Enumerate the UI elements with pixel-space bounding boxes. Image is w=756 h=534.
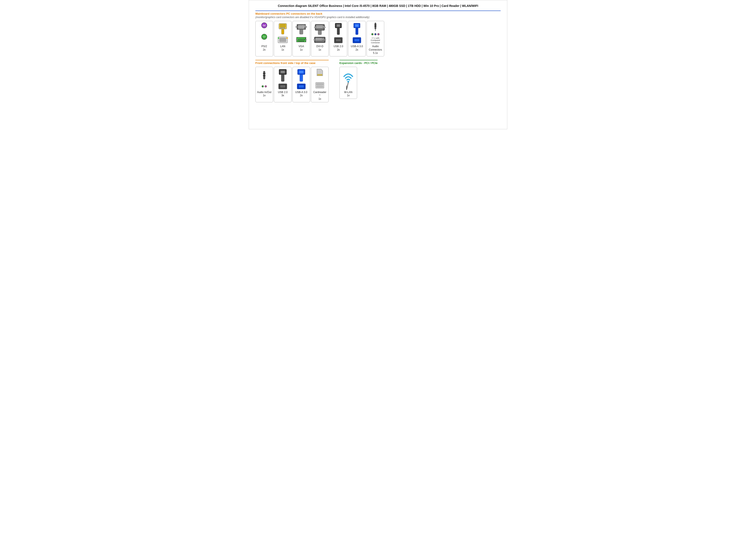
svg-rect-86 <box>319 39 320 40</box>
connector-audio-front: Audio In/Out 1x <box>256 67 273 102</box>
svg-rect-110 <box>263 71 265 79</box>
svg-rect-18 <box>284 27 285 29</box>
cardreader-slot-icon <box>315 81 325 90</box>
svg-point-10 <box>265 37 266 38</box>
front-connectors-row: Audio In/Out 1x <box>256 67 329 102</box>
wlan-label: W-LAN 1x <box>344 91 352 97</box>
ps2-label: PS/2 2x <box>261 45 267 51</box>
svg-point-41 <box>298 38 299 39</box>
usb2-label: USB 2.0 2x <box>334 45 343 51</box>
svg-point-26 <box>302 25 303 26</box>
svg-rect-59 <box>316 25 317 27</box>
ps2-bottom-icon <box>258 34 270 44</box>
front-section: Front connections front side / top of th… <box>256 60 329 102</box>
svg-point-43 <box>302 38 302 39</box>
svg-rect-128 <box>319 74 320 76</box>
connector-ps2: PS/2 PS/2 2x <box>256 21 273 57</box>
svg-point-25 <box>300 25 301 26</box>
svg-rect-60 <box>317 25 318 27</box>
svg-point-36 <box>302 28 303 28</box>
svg-point-38 <box>296 26 297 28</box>
connector-audio: +7.1 withFrontpanelConnector Audio Conne… <box>366 21 384 57</box>
svg-point-42 <box>300 38 301 39</box>
svg-rect-108 <box>374 25 376 25</box>
lan-port-icon <box>276 36 289 44</box>
svg-point-51 <box>298 41 299 41</box>
usb2-front-port-icon <box>277 83 288 89</box>
usb3-front-image <box>294 68 308 90</box>
svg-point-91 <box>325 39 326 41</box>
svg-point-56 <box>305 39 307 40</box>
usb3-image <box>350 22 364 44</box>
connector-vga: VGA 1x <box>292 21 310 57</box>
svg-rect-69 <box>321 27 321 28</box>
svg-point-90 <box>314 39 315 41</box>
audio-front-jack-icon <box>258 71 270 84</box>
svg-point-2 <box>264 24 265 25</box>
lan-image <box>276 22 290 44</box>
svg-rect-132 <box>316 83 323 85</box>
svg-rect-133 <box>316 86 323 88</box>
audio-front-dots <box>262 85 267 88</box>
lan-label: LAN 1x <box>280 45 285 51</box>
svg-point-53 <box>302 41 302 41</box>
usb3-cable-icon <box>351 22 363 35</box>
svg-rect-111 <box>263 73 265 74</box>
cardreader-asterisk: * <box>319 94 320 97</box>
svg-point-28 <box>305 25 305 26</box>
svg-rect-64 <box>322 25 322 27</box>
dot-blue <box>374 33 376 35</box>
connector-wlan: W-LAN 1x <box>339 67 357 99</box>
audio-front-image <box>257 68 271 90</box>
svg-rect-87 <box>320 39 321 40</box>
svg-rect-80 <box>319 38 320 39</box>
lower-sections: Front connections front side / top of th… <box>256 60 500 102</box>
usb3-front-port-icon <box>295 83 307 89</box>
front-section-title: Front connections front side / top of th… <box>256 62 329 64</box>
svg-point-52 <box>300 41 301 41</box>
connector-usb3-front: USB-A 3.0 2x <box>292 67 310 102</box>
vga-label: VGA 1x <box>298 45 304 51</box>
svg-rect-119 <box>280 85 285 88</box>
svg-rect-40 <box>300 30 303 34</box>
connector-dvid: DVI-D 1x <box>311 21 329 57</box>
svg-rect-63 <box>321 25 321 27</box>
svg-rect-112 <box>263 75 265 76</box>
vga-image <box>294 22 308 44</box>
dvid-image <box>313 22 327 44</box>
svg-point-46 <box>298 39 299 40</box>
audio-jack-icon <box>369 22 382 32</box>
svg-rect-84 <box>317 39 317 40</box>
dot-green-front <box>262 85 264 88</box>
svg-point-11 <box>262 37 263 38</box>
usb2-cable-icon <box>333 22 344 35</box>
svg-point-48 <box>301 39 302 40</box>
svg-point-49 <box>302 39 303 40</box>
svg-rect-61 <box>318 25 319 27</box>
wlan-icon <box>342 68 355 90</box>
expansion-section-title: Expansion cards - PCI / PCIe <box>339 62 378 64</box>
svg-line-135 <box>346 83 348 90</box>
svg-point-55 <box>296 39 297 40</box>
svg-point-24 <box>299 25 300 26</box>
usb2-front-label: USB 2.0 3x <box>278 91 288 97</box>
svg-point-44 <box>303 38 304 39</box>
svg-rect-68 <box>320 27 320 28</box>
svg-rect-115 <box>281 71 285 73</box>
svg-rect-14 <box>280 24 286 27</box>
usb2-port-icon <box>333 37 344 44</box>
ps2-image: PS/2 <box>257 22 271 44</box>
lan-cable-icon <box>276 23 289 35</box>
audio-image: +7.1 withFrontpanelConnector <box>368 22 382 44</box>
svg-rect-127 <box>317 74 318 76</box>
usb3-port-icon <box>351 37 363 44</box>
dvid-label: DVI-D 1x <box>316 45 323 51</box>
audio-front-label: Audio In/Out 1x <box>257 91 272 97</box>
svg-point-31 <box>301 27 302 27</box>
svg-rect-116 <box>281 75 284 81</box>
svg-rect-98 <box>336 39 341 41</box>
svg-rect-109 <box>374 26 376 27</box>
svg-point-32 <box>303 27 304 27</box>
svg-rect-126 <box>299 85 304 88</box>
svg-rect-88 <box>321 39 322 40</box>
